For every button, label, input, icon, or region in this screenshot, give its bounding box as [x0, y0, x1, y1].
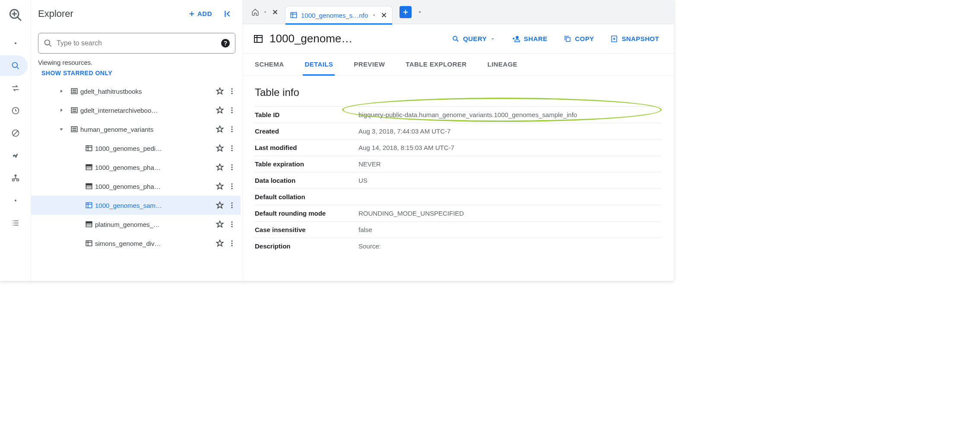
search-input[interactable]: [57, 39, 217, 47]
table-icon: [83, 239, 95, 247]
tree-row[interactable]: gdelt_hathitrustbooks: [31, 82, 241, 101]
tree-row-label: gdelt_internetarchiveboo…: [80, 107, 213, 114]
more-button[interactable]: [227, 144, 237, 152]
rail-item-scheduled[interactable]: [0, 100, 28, 121]
svg-point-17: [232, 91, 233, 92]
table-icon: [83, 201, 95, 209]
tree-row[interactable]: gdelt_internetarchiveboo…: [31, 101, 241, 120]
info-row: DescriptionSource:: [255, 238, 662, 255]
tree-row[interactable]: platinum_genomes_…: [31, 215, 241, 234]
show-starred-link[interactable]: SHOW STARRED ONLY: [31, 66, 242, 82]
tab-pinned-home[interactable]: [248, 0, 282, 24]
rail-item-bi[interactable]: [0, 213, 28, 233]
tree-row[interactable]: 1000_genomes_pha…: [31, 158, 241, 177]
info-value: US: [358, 172, 662, 189]
star-button[interactable]: [213, 220, 227, 229]
dataset-icon: [68, 87, 80, 95]
svg-point-42: [232, 150, 233, 151]
svg-point-2: [12, 63, 17, 68]
subtab-details[interactable]: DETAILS: [303, 54, 335, 76]
more-button[interactable]: [227, 106, 237, 114]
share-button[interactable]: SHARE: [507, 31, 552, 47]
rail-item-transfers[interactable]: [0, 78, 28, 99]
expand-toggle[interactable]: [54, 126, 68, 132]
svg-point-22: [75, 109, 76, 110]
subtab-table-explorer[interactable]: TABLE EXPLORER: [404, 54, 468, 76]
info-value: [358, 189, 662, 205]
rail-item-migration[interactable]: [0, 145, 28, 166]
more-button[interactable]: [227, 201, 237, 209]
star-button[interactable]: [213, 182, 227, 191]
collapse-panel-button[interactable]: [219, 6, 235, 22]
rail-item-capacity[interactable]: [0, 168, 28, 188]
copy-icon: [564, 35, 571, 43]
info-key: Last modified: [255, 140, 358, 156]
close-icon[interactable]: [380, 11, 388, 19]
subtab-preview[interactable]: PREVIEW: [352, 54, 387, 76]
clock-icon: [11, 106, 20, 115]
tree-row-label: 1000_genomes_pha…: [95, 164, 213, 171]
tab-active[interactable]: 1000_genomes_s…nfo: [285, 6, 393, 24]
snapshot-icon: [610, 35, 618, 43]
more-button[interactable]: [227, 87, 237, 95]
star-button[interactable]: [213, 125, 227, 134]
resource-tree: gdelt_hathitrustbooksgdelt_internetarchi…: [31, 82, 242, 253]
star-button[interactable]: [213, 201, 227, 210]
search-icon: [44, 39, 52, 48]
table-icon: [253, 34, 263, 44]
tree-row-label: gdelt_hathitrustbooks: [80, 88, 213, 95]
rail-item-search[interactable]: [0, 55, 28, 76]
more-button[interactable]: [227, 239, 237, 247]
svg-line-69: [457, 40, 458, 41]
search-box[interactable]: ?: [38, 33, 235, 54]
star-button[interactable]: [213, 87, 227, 96]
search-help-icon[interactable]: ?: [221, 39, 230, 48]
svg-point-10: [73, 90, 73, 91]
snapshot-button-label: SNAPSHOT: [622, 35, 659, 42]
home-icon: [251, 8, 259, 16]
svg-rect-71: [566, 38, 570, 41]
tab-strip: 1000_genomes_s…nfo: [243, 0, 674, 24]
tree-row[interactable]: 1000_genomes_pha…: [31, 177, 241, 196]
svg-point-51: [232, 186, 233, 187]
close-icon[interactable]: [271, 8, 279, 16]
nav-rail: [0, 0, 31, 281]
more-button[interactable]: [227, 220, 237, 228]
more-button[interactable]: [227, 163, 237, 171]
rail-item-analytics[interactable]: [0, 123, 28, 143]
more-button[interactable]: [227, 125, 237, 133]
tree-row[interactable]: 1000_genomes_sam…: [31, 196, 241, 215]
svg-line-8: [49, 45, 51, 46]
tree-row[interactable]: 1000_genomes_pedi…: [31, 139, 241, 158]
rail-item-dot-2[interactable]: [0, 190, 28, 211]
star-button[interactable]: [213, 144, 227, 153]
star-button[interactable]: [213, 106, 227, 115]
info-key: Created: [255, 123, 358, 140]
new-tab-button[interactable]: [400, 6, 412, 18]
tree-row-label: 1000_genomes_pha…: [95, 183, 213, 190]
subtab-lineage[interactable]: LINEAGE: [485, 54, 519, 76]
star-button[interactable]: [213, 163, 227, 172]
caret-down-icon[interactable]: [371, 13, 377, 18]
subtab-schema[interactable]: SCHEMA: [253, 54, 285, 76]
expand-toggle[interactable]: [54, 107, 68, 113]
copy-button[interactable]: COPY: [559, 32, 598, 46]
rail-item-dot-1[interactable]: [0, 33, 28, 54]
info-value: NEVER: [358, 156, 662, 172]
details-content: Table info Table IDbigquery-public-data.…: [243, 76, 674, 264]
section-title: Table info: [255, 86, 662, 99]
viewing-text: Viewing resources.: [31, 57, 242, 66]
tree-row[interactable]: human_genome_variants: [31, 120, 241, 139]
svg-point-5: [12, 130, 19, 137]
query-button[interactable]: QUERY: [447, 32, 500, 46]
snapshot-button[interactable]: SNAPSHOT: [606, 32, 663, 46]
view-icon: [83, 182, 95, 190]
svg-point-70: [516, 36, 519, 39]
tab-overflow-button[interactable]: [414, 9, 425, 15]
star-button[interactable]: [213, 239, 227, 248]
expand-toggle[interactable]: [54, 88, 68, 94]
add-button[interactable]: ADD: [184, 6, 216, 21]
tree-row[interactable]: simons_genome_div…: [31, 234, 241, 253]
svg-point-56: [232, 207, 233, 208]
more-button[interactable]: [227, 182, 237, 190]
